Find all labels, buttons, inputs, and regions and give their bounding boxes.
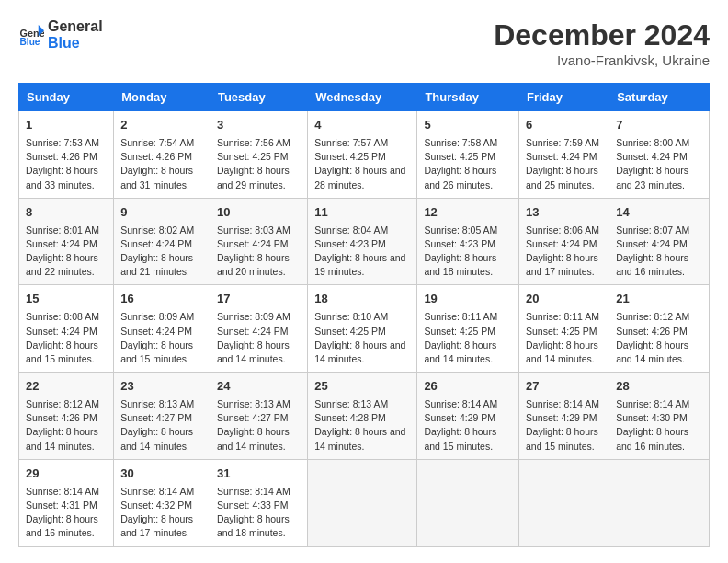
day-cell: 8Sunrise: 8:01 AMSunset: 4:24 PMDaylight… xyxy=(19,198,114,285)
day-number: 7 xyxy=(616,117,702,134)
day-cell: 15Sunrise: 8:08 AMSunset: 4:24 PMDayligh… xyxy=(19,285,114,373)
col-header-thursday: Thursday xyxy=(417,84,519,111)
day-number: 8 xyxy=(26,204,107,222)
day-number: 19 xyxy=(424,291,512,308)
day-cell: 19Sunrise: 8:11 AMSunset: 4:25 PMDayligh… xyxy=(417,285,519,373)
week-row-4: 22Sunrise: 8:12 AMSunset: 4:26 PMDayligh… xyxy=(19,373,710,460)
day-number: 13 xyxy=(526,204,602,222)
day-cell: 16Sunrise: 8:09 AMSunset: 4:24 PMDayligh… xyxy=(114,285,210,373)
day-number: 18 xyxy=(314,291,410,308)
logo-subtext: Blue xyxy=(48,35,103,52)
day-number: 6 xyxy=(526,117,602,134)
day-cell: 17Sunrise: 8:09 AMSunset: 4:24 PMDayligh… xyxy=(210,285,307,373)
day-cell: 4Sunrise: 7:57 AMSunset: 4:25 PMDaylight… xyxy=(308,111,417,199)
day-number: 11 xyxy=(314,204,410,222)
day-number: 24 xyxy=(217,378,301,396)
day-number: 5 xyxy=(424,117,512,134)
day-number: 2 xyxy=(120,117,203,134)
day-cell: 30Sunrise: 8:14 AMSunset: 4:32 PMDayligh… xyxy=(114,459,210,546)
col-header-sunday: Sunday xyxy=(19,84,114,111)
day-number: 3 xyxy=(217,117,301,134)
day-cell: 27Sunrise: 8:14 AMSunset: 4:29 PMDayligh… xyxy=(518,373,609,460)
day-cell: 28Sunrise: 8:14 AMSunset: 4:30 PMDayligh… xyxy=(609,373,710,460)
col-header-saturday: Saturday xyxy=(609,84,710,111)
calendar-table: SundayMondayTuesdayWednesdayThursdayFrid… xyxy=(18,83,710,547)
location: Ivano-Frankivsk, Ukraine xyxy=(494,52,710,68)
day-number: 23 xyxy=(120,378,203,396)
day-cell: 10Sunrise: 8:03 AMSunset: 4:24 PMDayligh… xyxy=(210,198,307,285)
day-cell: 22Sunrise: 8:12 AMSunset: 4:26 PMDayligh… xyxy=(19,373,114,460)
day-number: 28 xyxy=(616,378,702,396)
day-cell: 12Sunrise: 8:05 AMSunset: 4:23 PMDayligh… xyxy=(417,198,519,285)
day-number: 4 xyxy=(314,117,410,134)
day-cell: 6Sunrise: 7:59 AMSunset: 4:24 PMDaylight… xyxy=(518,111,609,199)
day-cell xyxy=(417,459,519,546)
day-cell: 9Sunrise: 8:02 AMSunset: 4:24 PMDaylight… xyxy=(114,198,210,285)
day-cell: 5Sunrise: 7:58 AMSunset: 4:25 PMDaylight… xyxy=(417,111,519,199)
day-number: 12 xyxy=(424,204,512,222)
logo: General Blue General Blue xyxy=(18,18,103,51)
day-cell: 20Sunrise: 8:11 AMSunset: 4:25 PMDayligh… xyxy=(518,285,609,373)
logo-text: General xyxy=(48,18,103,35)
svg-text:Blue: Blue xyxy=(20,36,40,46)
day-number: 29 xyxy=(26,465,107,483)
day-cell xyxy=(308,459,417,546)
day-cell: 14Sunrise: 8:07 AMSunset: 4:24 PMDayligh… xyxy=(609,198,710,285)
col-header-monday: Monday xyxy=(114,84,210,111)
logo-icon: General Blue xyxy=(18,22,44,48)
col-header-tuesday: Tuesday xyxy=(210,84,307,111)
day-number: 16 xyxy=(120,291,203,308)
day-cell: 21Sunrise: 8:12 AMSunset: 4:26 PMDayligh… xyxy=(609,285,710,373)
day-cell: 13Sunrise: 8:06 AMSunset: 4:24 PMDayligh… xyxy=(518,198,609,285)
day-cell: 24Sunrise: 8:13 AMSunset: 4:27 PMDayligh… xyxy=(210,373,307,460)
day-cell xyxy=(609,459,710,546)
col-header-wednesday: Wednesday xyxy=(308,84,417,111)
day-cell xyxy=(518,459,609,546)
week-row-1: 1Sunrise: 7:53 AMSunset: 4:26 PMDaylight… xyxy=(19,111,710,199)
day-cell: 23Sunrise: 8:13 AMSunset: 4:27 PMDayligh… xyxy=(114,373,210,460)
day-number: 21 xyxy=(616,291,702,308)
header-row: SundayMondayTuesdayWednesdayThursdayFrid… xyxy=(19,84,710,111)
day-cell: 29Sunrise: 8:14 AMSunset: 4:31 PMDayligh… xyxy=(19,459,114,546)
day-number: 20 xyxy=(526,291,602,308)
page-header: General Blue General Blue December 2024 … xyxy=(18,18,710,68)
day-number: 30 xyxy=(120,465,203,483)
day-number: 26 xyxy=(424,378,512,396)
day-number: 9 xyxy=(120,204,203,222)
day-cell: 3Sunrise: 7:56 AMSunset: 4:25 PMDaylight… xyxy=(210,111,307,199)
col-header-friday: Friday xyxy=(518,84,609,111)
day-number: 15 xyxy=(26,291,107,308)
title-block: December 2024 Ivano-Frankivsk, Ukraine xyxy=(494,18,710,68)
day-cell: 26Sunrise: 8:14 AMSunset: 4:29 PMDayligh… xyxy=(417,373,519,460)
day-cell: 1Sunrise: 7:53 AMSunset: 4:26 PMDaylight… xyxy=(19,111,114,199)
day-number: 27 xyxy=(526,378,602,396)
day-cell: 11Sunrise: 8:04 AMSunset: 4:23 PMDayligh… xyxy=(308,198,417,285)
day-cell: 7Sunrise: 8:00 AMSunset: 4:24 PMDaylight… xyxy=(609,111,710,199)
day-cell: 2Sunrise: 7:54 AMSunset: 4:26 PMDaylight… xyxy=(114,111,210,199)
day-number: 10 xyxy=(217,204,301,222)
day-cell: 25Sunrise: 8:13 AMSunset: 4:28 PMDayligh… xyxy=(308,373,417,460)
day-number: 31 xyxy=(217,465,301,483)
week-row-2: 8Sunrise: 8:01 AMSunset: 4:24 PMDaylight… xyxy=(19,198,710,285)
week-row-5: 29Sunrise: 8:14 AMSunset: 4:31 PMDayligh… xyxy=(19,459,710,546)
week-row-3: 15Sunrise: 8:08 AMSunset: 4:24 PMDayligh… xyxy=(19,285,710,373)
day-number: 25 xyxy=(314,378,410,396)
month-title: December 2024 xyxy=(494,18,710,52)
day-number: 22 xyxy=(26,378,107,396)
day-cell: 18Sunrise: 8:10 AMSunset: 4:25 PMDayligh… xyxy=(308,285,417,373)
day-number: 14 xyxy=(616,204,702,222)
day-number: 1 xyxy=(26,117,107,134)
day-number: 17 xyxy=(217,291,301,308)
day-cell: 31Sunrise: 8:14 AMSunset: 4:33 PMDayligh… xyxy=(210,459,307,546)
